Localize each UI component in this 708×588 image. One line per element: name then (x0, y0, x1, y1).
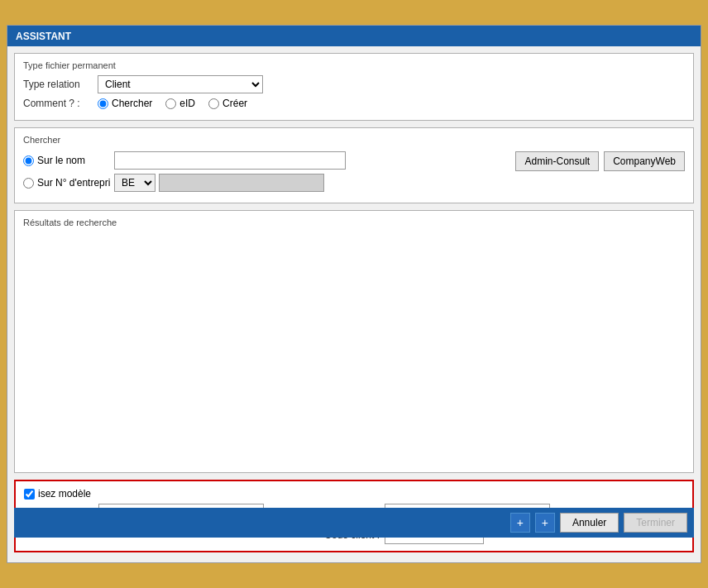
nav-prev-button[interactable]: + (510, 513, 530, 533)
radio-eid-label: eID (179, 98, 195, 109)
main-window: ASSISTANT Type fichier permanent Type re… (7, 25, 701, 563)
sur-numero-label: Sur N° d'entrepri (37, 177, 110, 189)
admin-consult-button[interactable]: Admin-Consult (515, 151, 599, 171)
type-relation-label: Type relation (23, 79, 98, 90)
radio-sur-le-nom[interactable] (23, 155, 34, 166)
window-title: ASSISTANT (16, 31, 71, 42)
radio-chercher-input[interactable] (98, 98, 108, 109)
title-bar: ASSISTANT (7, 26, 701, 46)
isez-modele-row: isez modèle (24, 488, 684, 500)
external-buttons: Admin-Consult CompanyWeb (515, 151, 685, 171)
sur-numero-row: Sur N° d'entrepri BE FR NL DE (23, 174, 515, 192)
results-title: Résultats de recherche (23, 218, 685, 227)
sur-le-nom-input[interactable] (114, 151, 346, 170)
radio-creer-input[interactable] (208, 98, 219, 109)
radio-sur-numero[interactable] (23, 178, 34, 189)
radio-chercher[interactable]: Chercher (98, 98, 152, 109)
chercher-title: Chercher (23, 135, 685, 145)
radio-eid-input[interactable] (165, 98, 176, 109)
isez-modele-checkbox-label[interactable]: isez modèle (24, 488, 91, 500)
radio-chercher-label: Chercher (112, 98, 152, 109)
terminer-button[interactable]: Terminer (624, 513, 687, 533)
results-section: Résultats de recherche (14, 210, 694, 473)
radio-creer[interactable]: Créer (208, 98, 247, 109)
numero-input[interactable] (159, 174, 324, 192)
type-relation-select[interactable]: Client Fournisseur Prospect (98, 75, 263, 93)
type-fichier-title: Type fichier permanent (23, 60, 685, 70)
search-fields: Sur le nom Sur N° d'entrepri BE FR NL (23, 151, 515, 196)
country-select[interactable]: BE FR NL DE (114, 174, 155, 192)
type-fichier-section: Type fichier permanent Type relation Cli… (14, 53, 694, 121)
chercher-section: Chercher Sur le nom Sur N° d'entrepri (14, 127, 694, 203)
company-web-button[interactable]: CompanyWeb (604, 151, 685, 171)
isez-modele-checkbox[interactable] (24, 489, 35, 500)
radio-creer-label: Créer (222, 98, 247, 109)
comment-label: Comment ? : (23, 98, 98, 109)
sur-numero-label-container[interactable]: Sur N° d'entrepri (23, 177, 114, 189)
type-relation-row: Type relation Client Fournisseur Prospec… (23, 75, 685, 93)
sur-le-nom-row: Sur le nom (23, 151, 515, 170)
comment-row: Comment ? : Chercher eID Créer (23, 98, 685, 109)
nav-next-button[interactable]: + (535, 513, 555, 533)
isez-modele-label: isez modèle (38, 488, 91, 500)
sur-le-nom-label: Sur le nom (37, 155, 85, 166)
radio-eid[interactable]: eID (165, 98, 195, 109)
comment-radio-group: Chercher eID Créer (98, 98, 247, 109)
annuler-button[interactable]: Annuler (560, 513, 619, 533)
bottom-bar: + + Annuler Terminer (14, 508, 694, 538)
content-area: Type fichier permanent Type relation Cli… (7, 46, 701, 562)
sur-le-nom-label-container[interactable]: Sur le nom (23, 155, 114, 166)
